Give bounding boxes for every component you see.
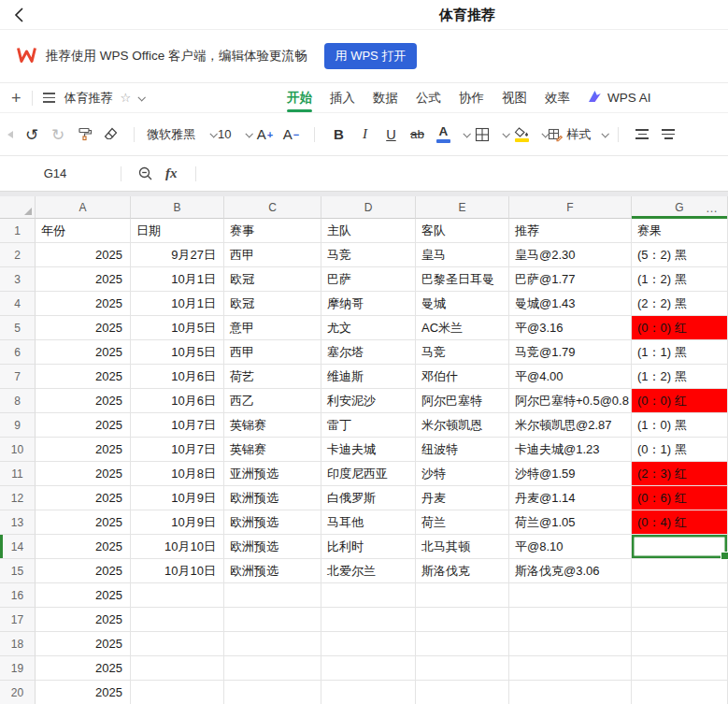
cell-G14[interactable] [632,535,728,559]
cell-D1[interactable]: 主队 [321,219,416,243]
cell-B4[interactable]: 10月1日 [131,292,224,316]
cell-E1[interactable]: 客队 [416,219,509,243]
row-header-1[interactable]: 1 [0,219,36,243]
cell-C4[interactable]: 欧冠 [224,292,321,316]
tab-6[interactable]: 视图 [502,83,527,112]
cell-E8[interactable]: 阿尔巴塞特 [416,389,509,413]
cell-B12[interactable]: 10月9日 [131,486,224,510]
cell-F3[interactable]: 巴萨@1.77 [509,267,632,292]
cell-G16[interactable] [632,583,728,608]
cell-D7[interactable]: 维迪斯 [321,365,416,389]
strikethrough-button[interactable]: ab [404,120,430,150]
menu-icon[interactable] [43,93,55,103]
tab-1[interactable]: 开始 [287,83,312,112]
row-header-19[interactable]: 19 [0,656,36,681]
cell-F20[interactable] [509,681,632,704]
cell-A7[interactable]: 2025 [36,365,131,389]
column-header-F[interactable]: F [509,196,632,219]
font-family-select[interactable]: 微软雅黑 [145,120,218,150]
cell-A13[interactable]: 2025 [36,510,131,535]
cell-G18[interactable] [632,632,728,656]
cell-F4[interactable]: 曼城@1.43 [509,292,632,316]
cell-C2[interactable]: 西甲 [224,243,321,267]
row-header-11[interactable]: 11 [0,462,36,486]
column-header-B[interactable]: B [131,196,224,219]
cell-C1[interactable]: 赛事 [224,219,321,243]
format-painter-icon[interactable] [71,120,97,150]
cell-F17[interactable] [509,608,632,632]
row-header-9[interactable]: 9 [0,413,36,438]
insert-function-icon[interactable]: fx [165,165,178,181]
cell-C18[interactable] [224,632,321,656]
column-header-D[interactable]: D [321,196,416,219]
cell-B17[interactable] [131,608,224,632]
cell-F14[interactable]: 平@8.10 [509,535,632,559]
cell-A17[interactable]: 2025 [36,608,131,632]
row-header-8[interactable]: 8 [0,389,36,413]
cell-F11[interactable]: 沙特@1.59 [509,462,632,486]
cell-E2[interactable]: 皇马 [416,243,509,267]
cell-D13[interactable]: 马耳他 [321,510,416,535]
cell-A2[interactable]: 2025 [36,243,131,267]
row-header-4[interactable]: 4 [0,292,36,316]
row-header-16[interactable]: 16 [0,583,36,608]
cell-B2[interactable]: 9月27日 [131,243,224,267]
cell-C5[interactable]: 意甲 [224,316,321,340]
tab-5[interactable]: 协作 [459,83,484,112]
cell-G12[interactable]: (0：6) 红 [632,486,728,510]
cell-A14[interactable]: 2025 [36,535,131,559]
redo-icon[interactable]: ↻ [45,120,71,150]
cell-C3[interactable]: 欧冠 [224,267,321,292]
cell-B3[interactable]: 10月1日 [131,267,224,292]
italic-button[interactable]: I [351,120,378,150]
cell-D5[interactable]: 尤文 [321,316,416,340]
row-header-3[interactable]: 3 [0,267,36,292]
cell-D14[interactable]: 比利时 [321,535,416,559]
back-icon[interactable] [11,7,28,23]
cell-C15[interactable]: 欧洲预选 [224,559,321,583]
cell-E5[interactable]: AC米兰 [416,316,509,340]
cell-E12[interactable]: 丹麦 [416,486,509,510]
cell-E6[interactable]: 马竞 [416,340,509,365]
cell-B19[interactable] [131,656,224,681]
decrease-font-button[interactable]: A− [278,120,304,150]
cell-C7[interactable]: 荷艺 [224,365,321,389]
cell-B20[interactable] [131,681,224,704]
cell-G5[interactable]: (0：0) 红 [632,316,728,340]
cell-G1[interactable]: 赛果 [632,219,728,243]
cell-E10[interactable]: 纽波特 [416,438,509,462]
cell-B7[interactable]: 10月6日 [131,365,224,389]
cell-A6[interactable]: 2025 [36,340,131,365]
cell-F1[interactable]: 推荐 [509,219,632,243]
cell-B8[interactable]: 10月6日 [131,389,224,413]
cell-B5[interactable]: 10月5日 [131,316,224,340]
cell-B13[interactable]: 10月9日 [131,510,224,535]
cell-B15[interactable]: 10月10日 [131,559,224,583]
cell-D3[interactable]: 巴萨 [321,267,416,292]
cell-A5[interactable]: 2025 [36,316,131,340]
row-header-12[interactable]: 12 [0,486,36,510]
row-header-14[interactable]: 14 [0,535,36,559]
cell-G4[interactable]: (2：2) 黑 [632,292,728,316]
cell-F16[interactable] [509,583,632,608]
open-in-wps-button[interactable]: 用 WPS 打开 [324,43,418,69]
cell-A18[interactable]: 2025 [36,632,131,656]
cell-F6[interactable]: 马竞@1.79 [509,340,632,365]
cell-C8[interactable]: 西乙 [224,389,321,413]
cell-D2[interactable]: 马竞 [321,243,416,267]
column-header-G[interactable]: G… [632,196,728,219]
cell-C11[interactable]: 亚洲预选 [224,462,321,486]
cell-F5[interactable]: 平@3.16 [509,316,632,340]
cell-E13[interactable]: 荷兰 [416,510,509,535]
cell-F12[interactable]: 丹麦@1.14 [509,486,632,510]
new-sheet-icon[interactable]: + [11,90,21,107]
cell-G20[interactable] [632,681,728,704]
cell-D9[interactable]: 雷丁 [321,413,416,438]
fill-color-button[interactable] [508,120,535,150]
row-header-15[interactable]: 15 [0,559,36,583]
font-size-select[interactable]: 10 [218,120,251,150]
tab-4[interactable]: 公式 [416,83,441,112]
row-header-17[interactable]: 17 [0,608,36,632]
cell-F15[interactable]: 斯洛伐克@3.06 [509,559,632,583]
cell-D15[interactable]: 北爱尔兰 [321,559,416,583]
